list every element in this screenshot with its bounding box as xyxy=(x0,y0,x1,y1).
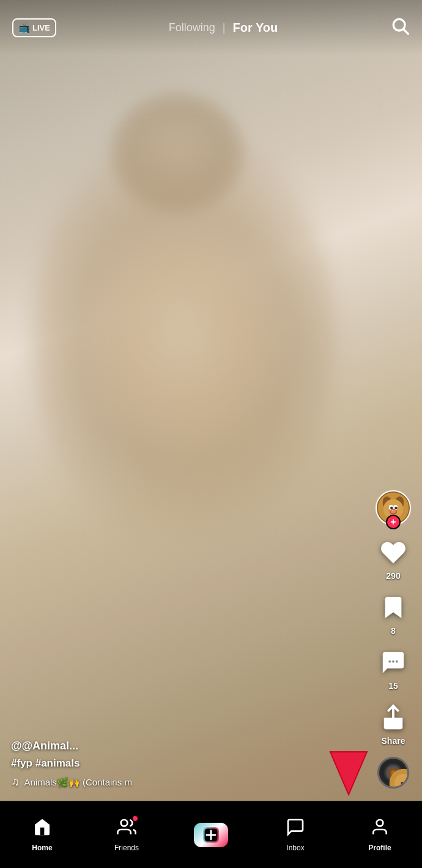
svg-line-1 xyxy=(404,29,408,34)
svg-point-15 xyxy=(396,660,398,663)
foryou-tab[interactable]: For You xyxy=(232,21,278,35)
following-tab[interactable]: Following xyxy=(169,21,215,34)
heart-icon xyxy=(377,537,409,568)
svg-point-8 xyxy=(390,507,393,510)
header: 📺 LIVE Following | For You xyxy=(0,0,422,55)
comment-button[interactable]: 15 xyxy=(377,647,409,691)
creator-username[interactable]: @@Animal... xyxy=(11,740,132,752)
music-title: Animals🌿🙌 (Contains m xyxy=(24,777,132,788)
svg-point-19 xyxy=(401,782,403,784)
bottom-navigation: Home Friends xyxy=(0,801,422,868)
music-disc-inner xyxy=(387,767,399,779)
bookmark-button[interactable]: 8 xyxy=(377,592,409,636)
friends-label: Friends xyxy=(114,844,139,852)
svg-point-11 xyxy=(391,510,396,513)
creator-avatar[interactable]: + xyxy=(376,490,411,526)
like-count: 290 xyxy=(386,571,400,581)
create-button[interactable] xyxy=(194,823,228,847)
music-note-icon: ♫ xyxy=(11,776,20,789)
share-label: Share xyxy=(382,736,405,746)
svg-point-28 xyxy=(377,820,383,826)
right-sidebar: + 290 8 15 xyxy=(376,490,411,789)
share-icon xyxy=(377,702,409,734)
friends-notification-dot xyxy=(131,815,139,822)
tv-icon: 📺 xyxy=(18,22,31,34)
profile-icon xyxy=(370,817,390,841)
nav-inbox[interactable]: Inbox xyxy=(265,817,326,852)
svg-marker-21 xyxy=(330,752,367,795)
red-arrow-indicator xyxy=(324,749,373,798)
animal-blur-body xyxy=(31,122,336,550)
feed-nav: Following | For You xyxy=(169,21,278,35)
comment-icon xyxy=(377,647,409,679)
share-button[interactable]: Share xyxy=(377,702,409,746)
follow-plus-button[interactable]: + xyxy=(386,515,401,529)
nav-create[interactable] xyxy=(180,823,242,847)
video-hashtags[interactable]: #fyp #animals xyxy=(11,757,132,770)
like-button[interactable]: 290 xyxy=(377,537,409,581)
music-disc[interactable] xyxy=(377,757,409,789)
bookmark-icon xyxy=(377,592,409,623)
home-label: Home xyxy=(32,844,52,852)
live-label: LIVE xyxy=(32,23,50,32)
inbox-icon xyxy=(286,817,305,841)
svg-point-14 xyxy=(392,660,394,663)
bookmark-count: 8 xyxy=(391,626,396,636)
inbox-label: Inbox xyxy=(286,844,304,852)
svg-point-9 xyxy=(394,507,398,510)
svg-point-20 xyxy=(405,782,407,784)
comment-count: 15 xyxy=(388,681,398,691)
nav-home[interactable]: Home xyxy=(12,817,73,852)
friends-icon xyxy=(117,817,136,841)
svg-point-13 xyxy=(388,660,391,663)
profile-label: Profile xyxy=(368,844,391,852)
svg-point-12 xyxy=(392,510,393,511)
svg-point-22 xyxy=(121,820,128,826)
music-info[interactable]: ♫ Animals🌿🙌 (Contains m xyxy=(11,776,132,789)
video-info: @@Animal... #fyp #animals ♫ Animals🌿🙌 (C… xyxy=(11,740,132,789)
nav-profile[interactable]: Profile xyxy=(349,817,410,852)
live-button[interactable]: 📺 LIVE xyxy=(12,18,56,37)
nav-friends[interactable]: Friends xyxy=(96,817,157,852)
home-icon xyxy=(32,817,52,841)
nav-divider: | xyxy=(223,21,226,34)
search-button[interactable] xyxy=(390,16,410,40)
